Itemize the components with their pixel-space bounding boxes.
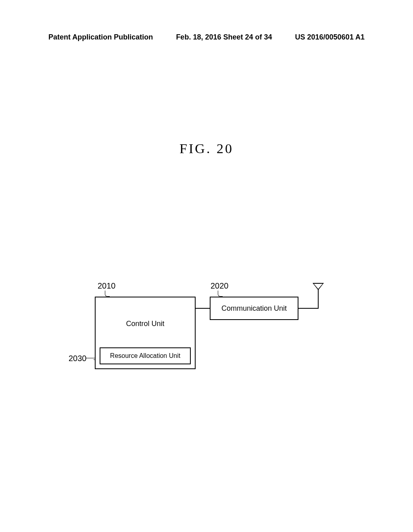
communication-unit-label: Communication Unit [221, 304, 287, 313]
reference-numeral-2030: 2030 [69, 354, 87, 363]
reference-numeral-2020: 2020 [211, 281, 229, 291]
antenna-icon [313, 283, 324, 290]
antenna-pole [318, 289, 319, 309]
communication-unit-block: Communication Unit [210, 297, 298, 320]
resource-allocation-block: Resource Allocation Unit [100, 347, 191, 364]
patent-number: US 2016/0050601 A1 [295, 33, 365, 42]
connector-line [196, 308, 210, 309]
figure-title: FIG. 20 [179, 141, 234, 156]
reference-numeral-2010: 2010 [98, 281, 116, 291]
leader-line-2010 [105, 291, 110, 297]
resource-allocation-label: Resource Allocation Unit [110, 352, 180, 360]
antenna-connector [298, 308, 319, 309]
block-diagram: 2010 2020 2030 Control Unit Resource All… [71, 281, 353, 394]
leader-line-2030 [86, 358, 95, 358]
publication-type: Patent Application Publication [48, 33, 153, 42]
patent-header: Patent Application Publication Feb. 18, … [0, 33, 413, 42]
leader-line-2020 [218, 291, 223, 297]
control-unit-label: Control Unit [126, 320, 164, 328]
date-sheet-info: Feb. 18, 2016 Sheet 24 of 34 [176, 33, 272, 42]
control-unit-block: Control Unit Resource Allocation Unit [95, 297, 196, 369]
